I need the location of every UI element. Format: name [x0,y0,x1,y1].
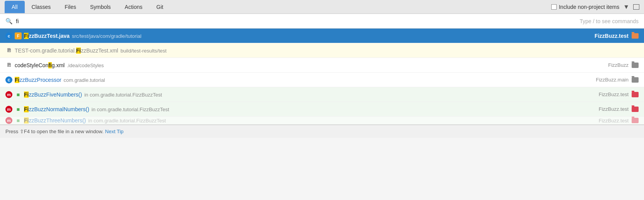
method-green-icon: ■ [15,117,22,124]
table-row[interactable]: c F FizzBuzzTest.java src/test/java/com/… [0,29,644,43]
folder-icon [632,118,639,123]
table-row[interactable]: c FizzBuzzProcessor com.gradle.tutorial … [0,73,644,87]
table-row[interactable]: m ■ FizzBuzzFiveNumbers() in com.gradle.… [0,87,644,102]
search-hint: Type / to see commands [579,18,639,24]
row-path: build/test-results/test [121,48,167,54]
search-bar: 🔍 Type / to see commands [0,14,644,29]
row-filename: codeStyleConfig.xml [15,62,65,68]
row-module: FizzBuzz.test [595,33,629,39]
row-main: codeStyleConfig.xml .idea/codeStyles [15,62,606,68]
row-path: .idea/codeStyles [67,63,104,68]
row-main: FizzBuzzNormalNumbers() in com.gradle.tu… [24,106,596,112]
row-right: FizzBuzz.test [599,106,639,112]
tab-actions[interactable]: Actions [118,1,150,13]
folder-icon [632,77,639,83]
doc-icon: 🖹 [5,47,12,54]
highlight: Fi [24,33,29,39]
doc-icon: 🖹 [5,62,12,69]
row-main: FizzBuzzThreeNumbers() in com.gradle.tut… [24,117,596,124]
method-icon: m [5,91,12,98]
class-icon: c [5,32,12,39]
checkbox-box [551,4,557,10]
row-right: FizzBuzz.test [595,33,639,39]
tab-bar: All Classes Files Symbols Actions Git In… [0,0,644,14]
highlight: Fi [15,77,19,83]
row-filename: FizzBuzzNormalNumbers() [24,106,89,112]
row-module: FizzBuzz [608,62,629,68]
row-right: FizzBuzz.test [599,118,639,124]
search-icon: 🔍 [5,18,13,25]
row-filename: FizzBuzzFiveNumbers() [24,92,82,98]
table-row[interactable]: 🖹 codeStyleConfig.xml .idea/codeStyles F… [0,58,644,73]
tab-all[interactable]: All [5,1,25,13]
method-icon: m [5,106,12,113]
method-icon: m [5,117,12,124]
highlight: fi [48,62,52,68]
row-main: FizzBuzzProcessor com.gradle.tutorial [15,77,593,83]
row-module: FizzBuzz.test [599,92,629,97]
row-module: FizzBuzz.main [596,77,629,83]
row-filename: FizzBuzzTest.java [24,33,70,39]
highlight: Fi [24,106,29,112]
panel-icon[interactable] [633,4,639,10]
include-non-project-label: Include non-project items [559,4,619,10]
table-row[interactable]: 🖹 TEST-com.gradle.tutorial.FizzBuzzTest.… [0,43,644,58]
tab-git[interactable]: Git [150,1,170,13]
row-main: FizzBuzzTest.java src/test/java/com/grad… [24,33,592,39]
row-filename: TEST-com.gradle.tutorial.FizzBuzzTest.xm… [15,47,118,54]
row-module: FizzBuzz.test [599,118,629,124]
tab-symbols[interactable]: Symbols [83,1,118,13]
row-right: FizzBuzz.test [599,92,639,97]
file-icon: F [15,32,22,39]
folder-icon [632,92,639,97]
highlight: Fi [76,47,81,54]
row-module: FizzBuzz.test [599,106,629,112]
row-path: in com.gradle.tutorial.FizzBuzzTest [84,92,162,98]
row-main: TEST-com.gradle.tutorial.FizzBuzzTest.xm… [15,47,636,54]
next-tip-link[interactable]: Next Tip [105,129,124,134]
method-green-icon: ■ [15,91,22,98]
tab-files[interactable]: Files [58,1,83,13]
highlight: Fi [24,92,29,98]
row-path: com.gradle.tutorial [64,77,105,83]
row-filename: FizzBuzzProcessor [15,77,61,83]
folder-icon [632,63,639,68]
row-path: in com.gradle.tutorial.FizzBuzzTest [92,107,169,112]
row-right: FizzBuzz [608,62,639,68]
row-path: src/test/java/com/gradle/tutorial [72,33,141,39]
filter-icon[interactable]: ▼ [623,3,629,10]
row-main: FizzBuzzFiveNumbers() in com.gradle.tuto… [24,92,596,98]
method-green-icon: ■ [15,106,22,113]
status-press-text: Press ⇧F4 to open the file in a new wind… [5,129,104,134]
results-list: c F FizzBuzzTest.java src/test/java/com/… [0,29,644,125]
search-input[interactable] [16,18,576,24]
row-path: in com.gradle.tutorial.FizzBuzzTest [88,118,166,124]
table-row[interactable]: m ■ FizzBuzzThreeNumbers() in com.gradle… [0,117,644,124]
class-icon: c [5,76,12,83]
include-non-project-checkbox[interactable]: Include non-project items [551,4,619,10]
tab-classes[interactable]: Classes [25,1,58,13]
folder-icon [632,107,639,112]
row-filename: FizzBuzzThreeNumbers() [24,117,86,124]
folder-icon [632,33,639,39]
status-bar: Press ⇧F4 to open the file in a new wind… [0,125,644,138]
row-right: FizzBuzz.main [596,77,639,83]
highlight: Fi [24,117,29,124]
table-row[interactable]: m ■ FizzBuzzNormalNumbers() in com.gradl… [0,102,644,117]
